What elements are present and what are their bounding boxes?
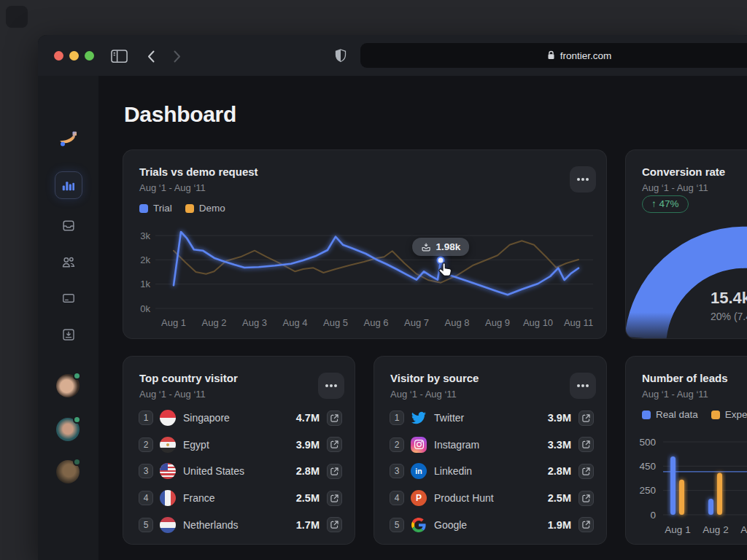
external-link-button[interactable]	[578, 411, 594, 426]
ellipsis-icon	[581, 178, 584, 181]
external-link-button[interactable]	[578, 464, 594, 479]
rank-badge: 3	[139, 464, 153, 478]
card-title: Top country visitor	[139, 372, 238, 384]
chart-legend: Trial Demo	[139, 203, 225, 214]
external-link-button[interactable]	[327, 437, 342, 452]
avatar-user-1[interactable]	[56, 374, 80, 397]
flag-singapore-icon	[160, 410, 176, 426]
list-item: 4France2.5M	[139, 485, 342, 512]
rank-badge: 1	[139, 411, 153, 425]
external-link-button[interactable]	[327, 464, 342, 479]
privacy-shield-icon[interactable]	[335, 49, 347, 63]
external-link-icon	[330, 521, 338, 529]
sidebar-item-downloads[interactable]	[61, 327, 76, 342]
external-link-icon	[582, 494, 590, 502]
row-value: 3.9M	[548, 412, 571, 424]
trials-line-chart[interactable]: 0k1k2k3kAug 1Aug 2Aug 3Aug 4Aug 5Aug 6Au…	[123, 219, 607, 332]
card-menu-button[interactable]	[570, 166, 596, 192]
card-menu-button[interactable]	[570, 373, 596, 399]
svg-text:3k: 3k	[140, 230, 150, 241]
external-link-icon	[582, 414, 590, 422]
visitor-by-source-card: Visitor by source Aug ‘1 - Aug ‘11 1Twit…	[374, 356, 607, 545]
svg-text:Aug 1: Aug 1	[161, 317, 186, 328]
row-value: 1.9M	[548, 519, 571, 531]
svg-text:Aug 10: Aug 10	[523, 317, 553, 328]
svg-text:500: 500	[639, 437, 656, 448]
svg-text:Aug 7: Aug 7	[404, 317, 429, 328]
online-status-dot	[73, 458, 81, 466]
row-value: 2.8M	[548, 465, 571, 477]
browser-toolbar: frontier.com	[38, 35, 747, 76]
window-close-button[interactable]	[54, 51, 63, 61]
linkedin-icon: in	[411, 463, 427, 479]
app-logo-icon[interactable]	[57, 128, 79, 150]
sidebar-item-inbox[interactable]	[61, 218, 76, 233]
external-link-icon	[330, 467, 338, 475]
legend-item-real-data: Real data	[642, 409, 698, 420]
growth-badge: ↑ 47%	[642, 195, 689, 213]
avatar-user-2[interactable]	[56, 418, 80, 441]
sidebar-item-analytics[interactable]	[55, 171, 82, 199]
conversion-rate-card: Conversion rate Aug ‘1 - Aug ‘11 ↑ 47% 1…	[625, 149, 747, 339]
card-subtitle: Aug ‘1 - Aug ‘11	[642, 182, 708, 193]
desktop: frontier.com Dashboard Trials vs demo re…	[0, 0, 747, 560]
demo-color-chip	[185, 204, 194, 213]
trials-vs-demo-card: Trials vs demo request Aug ‘1 - Aug ‘11 …	[123, 149, 607, 339]
ellipsis-icon	[330, 384, 333, 387]
sidebar-item-billing[interactable]	[61, 291, 76, 306]
external-link-button[interactable]	[578, 437, 594, 452]
forward-button[interactable]	[173, 50, 182, 63]
product-hunt-icon: P	[411, 490, 427, 506]
legend-item-trial: Trial	[139, 203, 172, 214]
external-link-icon	[582, 440, 590, 448]
legend-label: Demo	[199, 203, 225, 214]
svg-text:Aug 6: Aug 6	[364, 317, 389, 328]
list-item: 3United States2.8M	[139, 458, 342, 485]
card-title: Number of leads	[642, 372, 728, 384]
svg-text:450: 450	[639, 461, 656, 472]
billing-icon	[61, 291, 76, 306]
external-link-button[interactable]	[327, 411, 342, 426]
window-zoom-button[interactable]	[85, 51, 94, 61]
svg-text:Aug 1: Aug 1	[665, 524, 690, 535]
sidebar-toggle-button[interactable]	[110, 49, 128, 63]
rank-badge: 5	[390, 518, 404, 532]
external-link-icon	[582, 467, 590, 475]
chart-tooltip: 1.98k	[412, 238, 469, 256]
card-title: Trials vs demo request	[139, 166, 258, 178]
row-value: 4.7M	[296, 412, 320, 424]
row-label: Linkedin	[434, 465, 548, 477]
legend-item-expected: Expected	[711, 409, 747, 420]
card-subtitle: Aug ‘1 - Aug ‘11	[390, 389, 457, 400]
twitter-icon	[411, 410, 427, 426]
external-link-icon	[582, 521, 590, 529]
row-label: Product Hunt	[434, 492, 548, 504]
legend-label: Expected	[725, 409, 747, 420]
external-link-button[interactable]	[578, 491, 594, 506]
list-item: 5Netherlands1.7M	[139, 511, 342, 538]
list-item: 2Instagram3.3M	[390, 432, 594, 459]
svg-text:0k: 0k	[140, 303, 150, 314]
address-bar[interactable]: frontier.com	[360, 43, 747, 68]
external-link-button[interactable]	[327, 491, 342, 506]
google-icon	[411, 517, 427, 533]
sidebar-item-users[interactable]	[61, 254, 76, 270]
browser-window: frontier.com Dashboard Trials vs demo re…	[38, 35, 747, 560]
svg-text:Aug 9: Aug 9	[485, 317, 510, 328]
card-menu-button[interactable]	[318, 373, 344, 399]
external-link-button[interactable]	[327, 517, 342, 532]
country-list: 1Singapore4.7M2Egypt3.9M3United States2.…	[123, 405, 355, 538]
url-text: frontier.com	[560, 50, 612, 61]
back-button[interactable]	[147, 50, 155, 63]
flag-united-states-icon	[160, 463, 176, 479]
list-item: 1Twitter3.9M	[390, 405, 594, 432]
rank-badge: 3	[390, 464, 404, 478]
window-minimize-button[interactable]	[69, 51, 79, 61]
conversion-detail: 20% (7.4k)	[711, 311, 747, 322]
top-country-visitor-card: Top country visitor Aug ‘1 - Aug ‘11 1Si…	[123, 356, 355, 545]
avatar-user-3[interactable]	[56, 460, 80, 483]
leads-bar-chart: 0250450500Aug 1Aug 2Aug 3	[626, 429, 747, 542]
card-title: Conversion rate	[642, 166, 725, 178]
downloads-icon	[61, 327, 76, 342]
external-link-button[interactable]	[578, 517, 594, 532]
